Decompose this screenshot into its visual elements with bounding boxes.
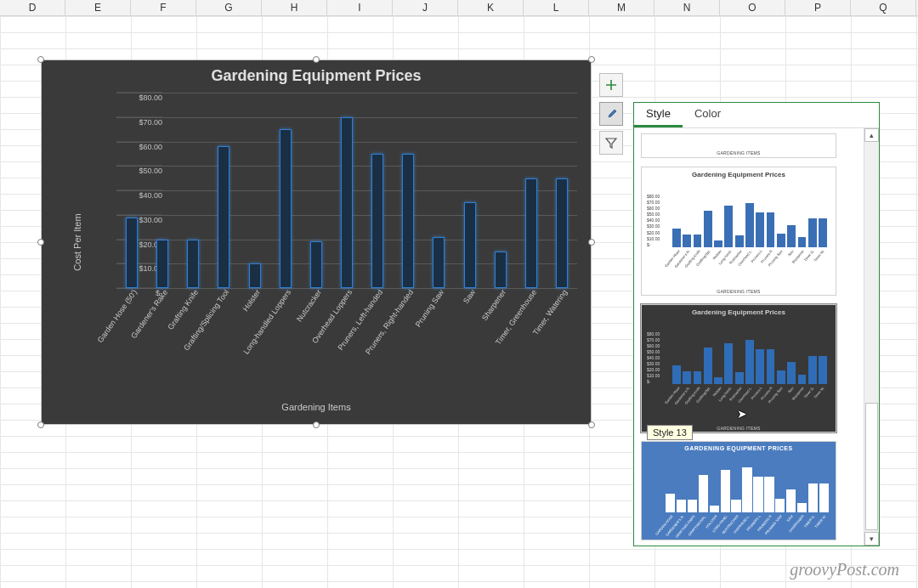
- thumb-axis-label: GARDENING ITEMS: [642, 150, 836, 155]
- chart-xlabel[interactable]: Gardening Items: [42, 402, 591, 412]
- data-bar[interactable]: [495, 252, 507, 288]
- data-bar[interactable]: [310, 241, 322, 288]
- chart-styles-button[interactable]: [599, 102, 623, 126]
- resize-handle[interactable]: [588, 56, 595, 63]
- tab-style[interactable]: Style: [634, 103, 683, 127]
- col-header[interactable]: K: [458, 0, 524, 15]
- thumb-title: Gardening Equipment Prices: [642, 305, 836, 316]
- data-bar[interactable]: [371, 154, 383, 288]
- chart-object[interactable]: Gardening Equipment Prices Cost Per Item…: [41, 59, 592, 425]
- scroll-up-button[interactable]: ▴: [864, 128, 879, 142]
- column-headers: D E F G H I J K L M N O P Q: [0, 0, 918, 16]
- scroll-down-button[interactable]: ▾: [864, 532, 879, 546]
- resize-handle[interactable]: [37, 56, 44, 63]
- funnel-icon: [604, 136, 618, 150]
- chart-title[interactable]: Gardening Equipment Prices: [42, 67, 591, 85]
- col-header[interactable]: O: [720, 0, 785, 15]
- col-header[interactable]: D: [0, 0, 65, 15]
- thumb-title: GARDENING EQUIPMENT PRICES: [642, 442, 836, 451]
- data-bars[interactable]: [116, 93, 577, 288]
- style-tooltip: Style 13: [647, 425, 693, 440]
- category-label: Saw: [462, 288, 477, 305]
- chart-ylabel[interactable]: Cost Per Item: [72, 213, 82, 270]
- thumb-cats: Garden HoseGardener's R.Grafting KnifeGr…: [666, 514, 829, 536]
- col-header[interactable]: F: [131, 0, 196, 15]
- tab-color[interactable]: Color: [683, 103, 733, 127]
- data-bar[interactable]: [280, 129, 292, 288]
- style-thumbnail-hover[interactable]: Gardening Equipment Prices $80.00$70.00$…: [641, 304, 836, 433]
- data-bar[interactable]: [433, 237, 445, 288]
- resize-handle[interactable]: [588, 239, 595, 246]
- resize-handle[interactable]: [313, 421, 320, 428]
- data-bar[interactable]: [525, 178, 537, 288]
- col-header[interactable]: M: [589, 0, 654, 15]
- category-labels[interactable]: Garden Hose (50')Gardener's RakeGrafting…: [116, 288, 577, 397]
- thumb-axis-label: GARDENING ITEMS: [642, 289, 836, 294]
- resize-handle[interactable]: [37, 239, 44, 246]
- style-thumbnail[interactable]: Gardening Equipment Prices $80.00$70.00$…: [641, 167, 836, 295]
- data-bar[interactable]: [249, 263, 261, 288]
- resize-handle[interactable]: [588, 421, 595, 428]
- chart-elements-button[interactable]: [599, 73, 623, 97]
- data-bar[interactable]: [156, 240, 168, 289]
- data-bar[interactable]: [218, 146, 230, 288]
- col-header[interactable]: N: [654, 0, 720, 15]
- thumb-yticks: $80.00$70.00$60.00$50.00$40.00$30.00$20.…: [647, 332, 660, 384]
- style-thumbnail[interactable]: Style 13 GARDENING EQUIPMENT PRICES Gard…: [641, 441, 836, 540]
- col-header[interactable]: P: [785, 0, 851, 15]
- scroll-thumb[interactable]: [865, 403, 878, 530]
- thumb-bars: [672, 196, 827, 246]
- watermark: groovyPost.com: [790, 560, 899, 580]
- col-header[interactable]: Q: [851, 0, 916, 15]
- data-bar[interactable]: [341, 117, 353, 288]
- col-header[interactable]: J: [393, 0, 458, 15]
- data-bar[interactable]: [464, 202, 476, 288]
- data-bar[interactable]: [402, 154, 414, 288]
- thumb-bars: [672, 334, 827, 384]
- plus-icon: [604, 78, 618, 92]
- data-bar[interactable]: [187, 240, 199, 289]
- resize-handle[interactable]: [313, 56, 320, 63]
- chart-filters-button[interactable]: [599, 131, 623, 155]
- thumb-cats: Garden HoseGardener's R.Grafting KnifeGr…: [672, 249, 827, 290]
- col-header[interactable]: H: [262, 0, 327, 15]
- thumb-bars: [666, 461, 829, 512]
- thumb-yticks: $80.00$70.00$60.00$50.00$40.00$30.00$20.…: [647, 195, 660, 246]
- col-header[interactable]: I: [327, 0, 393, 15]
- style-thumbnail[interactable]: GARDENING ITEMS: [641, 133, 836, 158]
- plot-area[interactable]: $-$10.00$20.00$30.00$40.00$50.00$60.00$7…: [116, 93, 577, 288]
- category-label: Holster: [241, 288, 262, 313]
- resize-handle[interactable]: [37, 421, 44, 428]
- col-header[interactable]: E: [65, 0, 131, 15]
- style-gallery: Style Color GARDENING ITEMS Gardening Eq…: [633, 102, 880, 546]
- col-header[interactable]: L: [524, 0, 589, 15]
- gallery-scrollbar[interactable]: ▴ ▾: [864, 128, 879, 546]
- thumb-cats: Garden HoseGardener's R.Grafting KnifeGr…: [672, 386, 827, 427]
- data-bar[interactable]: [126, 218, 138, 288]
- data-bar[interactable]: [556, 178, 568, 288]
- col-header[interactable]: G: [196, 0, 262, 15]
- brush-icon: [604, 107, 618, 121]
- thumb-title: Gardening Equipment Prices: [642, 167, 836, 178]
